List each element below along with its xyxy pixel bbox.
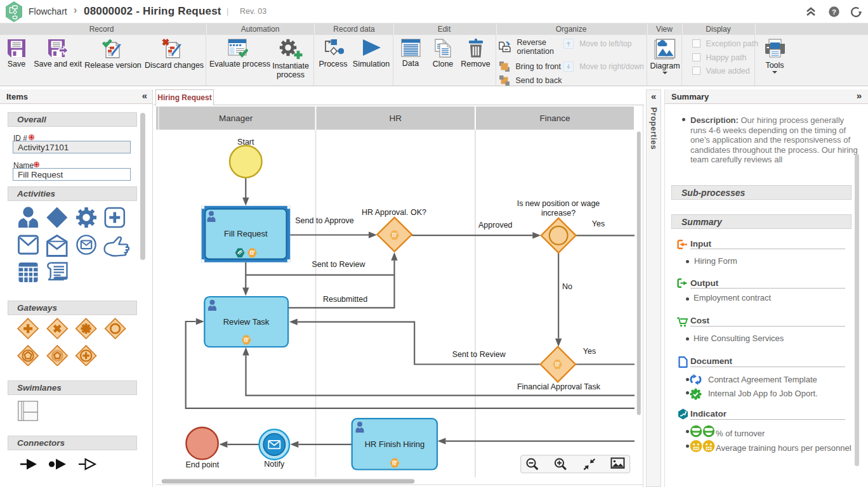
svg-text:HR Approval. OK?: HR Approval. OK? bbox=[362, 208, 426, 217]
svg-text:No: No bbox=[562, 282, 572, 291]
svg-text:increase?: increase? bbox=[541, 209, 575, 218]
svg-text:HR Finish Hiring: HR Finish Hiring bbox=[365, 439, 425, 449]
svg-text:Yes: Yes bbox=[592, 219, 605, 228]
svg-text:Review Task: Review Task bbox=[223, 317, 270, 327]
svg-text:?: ? bbox=[832, 8, 836, 16]
svg-text:Notify: Notify bbox=[264, 460, 285, 469]
svg-text:Sent to Review: Sent to Review bbox=[312, 260, 365, 269]
svg-text:End point: End point bbox=[185, 460, 219, 469]
svg-text:Yes: Yes bbox=[583, 347, 596, 356]
svg-text:Resubmitted: Resubmitted bbox=[323, 295, 367, 304]
svg-text:Send to Approve: Send to Approve bbox=[295, 216, 353, 225]
svg-text:Financial Approval Task: Financial Approval Task bbox=[517, 382, 601, 391]
svg-text:Manager: Manager bbox=[219, 114, 253, 123]
svg-text:Approved: Approved bbox=[478, 221, 513, 230]
svg-text:HR: HR bbox=[389, 114, 402, 123]
svg-text:Finance: Finance bbox=[539, 114, 570, 123]
svg-text:Is new position or wage: Is new position or wage bbox=[517, 199, 600, 208]
svg-text:Start: Start bbox=[237, 138, 254, 146]
svg-text:Sent to Review: Sent to Review bbox=[452, 350, 506, 359]
svg-text:Fill Request: Fill Request bbox=[224, 229, 268, 238]
